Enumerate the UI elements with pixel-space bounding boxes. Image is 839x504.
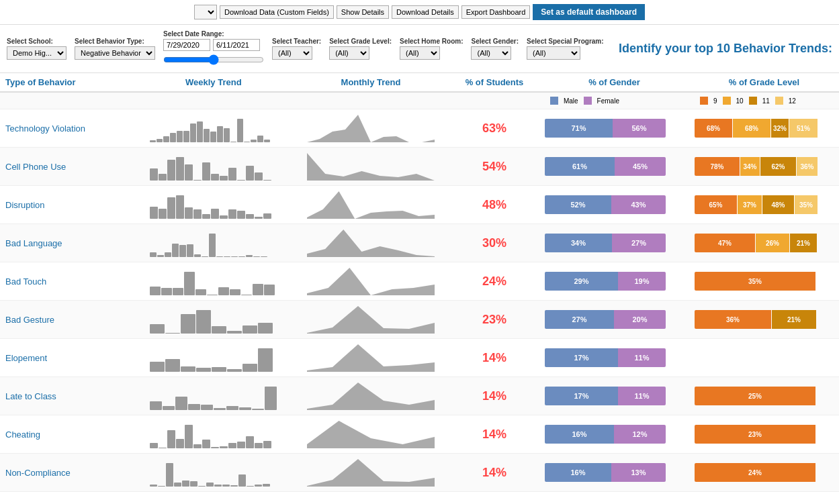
svg-rect-100 (201, 405, 213, 410)
grade-segment: 21% (790, 234, 817, 252)
sparkline-svg (150, 456, 277, 487)
behavior-name: Technology Violation (5, 123, 85, 134)
sparkline-svg (150, 150, 277, 181)
svg-rect-23 (185, 164, 193, 181)
svg-rect-21 (167, 160, 175, 181)
monthly-sparkline-svg (307, 456, 435, 487)
pct-students-cell: 14% (449, 415, 539, 454)
sparkline-svg (150, 342, 277, 372)
svg-rect-88 (165, 359, 180, 372)
pct-students-cell: 63% (449, 109, 539, 148)
behavior-type-filter: Select Behavior Type: Negative Behavior (75, 38, 155, 60)
gender-bar: 34% 27% (545, 234, 666, 252)
svg-rect-5 (183, 131, 189, 142)
monthly-sparkline-svg (307, 380, 435, 410)
grade-segment: 47% (695, 234, 755, 252)
male-bar: 29% (545, 272, 618, 291)
svg-rect-12 (230, 142, 236, 142)
svg-rect-135 (255, 485, 262, 487)
svg-rect-96 (150, 401, 162, 410)
male-bar: 71% (545, 119, 613, 138)
grade-segment: 68% (733, 119, 770, 138)
sparkline-svg (150, 418, 277, 448)
svg-rect-125 (174, 483, 181, 487)
svg-rect-97 (163, 406, 175, 410)
gender-label: Select Gender: (471, 38, 519, 45)
svg-rect-90 (196, 368, 211, 372)
svg-rect-4 (177, 131, 183, 142)
date-range-slider[interactable] (163, 52, 264, 67)
date-to-input[interactable] (213, 39, 260, 51)
gender-bar: 17% 11% (545, 348, 666, 367)
col-header-weekly: Weekly Trend (135, 73, 292, 92)
gender-select[interactable]: (All) (471, 46, 511, 60)
male-bar: 52% (545, 195, 611, 214)
svg-marker-48 (307, 191, 435, 219)
svg-rect-30 (246, 166, 254, 181)
svg-marker-18 (307, 115, 435, 142)
svg-rect-59 (224, 256, 230, 257)
svg-rect-35 (159, 209, 167, 219)
show-details-button[interactable]: Show Details (337, 5, 389, 19)
program-label: Select Special Program: (527, 38, 604, 45)
svg-marker-137 (307, 459, 435, 487)
behavior-type-select[interactable]: Negative Behavior (75, 46, 155, 60)
svg-rect-44 (237, 211, 245, 219)
svg-rect-133 (238, 474, 246, 487)
teacher-select[interactable]: (All) (272, 46, 312, 60)
svg-rect-83 (227, 331, 242, 334)
download-details-button[interactable]: Download Details (392, 5, 459, 19)
gender-bar: 29% 19% (545, 272, 666, 291)
behavior-name: Elopement (5, 353, 47, 363)
female-bar: 19% (618, 272, 666, 291)
grade-segment: 23% (695, 425, 815, 444)
grade-bar (695, 348, 834, 367)
svg-rect-130 (214, 485, 222, 487)
program-select[interactable]: (All) (527, 46, 580, 60)
col-header-behavior: Type of Behavior (0, 73, 135, 92)
monthly-sparkline-svg (307, 265, 435, 295)
grade9-legend-box (700, 97, 708, 105)
room-select[interactable]: (All) (400, 46, 440, 60)
grade-select[interactable]: (All) (329, 46, 369, 60)
grade11-legend-label: 11 (762, 97, 770, 105)
table-row: Elopement 14% 17% 11% (0, 339, 839, 377)
svg-rect-112 (193, 444, 202, 448)
svg-marker-121 (307, 421, 435, 448)
svg-marker-86 (307, 306, 435, 334)
svg-rect-128 (198, 486, 206, 487)
svg-rect-9 (210, 132, 216, 142)
svg-rect-67 (161, 288, 172, 295)
svg-rect-116 (228, 443, 236, 448)
pct-students-cell: 23% (449, 301, 539, 339)
date-from-input[interactable] (163, 39, 210, 51)
svg-rect-46 (255, 217, 263, 219)
pct-students-cell: 30% (449, 224, 539, 262)
program-filter: Select Special Program: (All) (527, 38, 604, 60)
svg-rect-120 (263, 441, 271, 448)
school-select[interactable]: Demo Hig... (7, 46, 67, 60)
sparkline-svg (150, 380, 277, 410)
svg-rect-91 (212, 367, 226, 372)
monthly-sparkline-svg (307, 342, 435, 372)
export-dashboard-button[interactable]: Export Dashboard (461, 5, 531, 19)
svg-rect-57 (209, 234, 216, 257)
set-default-button[interactable]: Set as default dashboard (533, 4, 645, 20)
download-data-button[interactable]: Download Data (Custom Fields) (220, 5, 334, 19)
svg-rect-55 (194, 254, 201, 257)
svg-marker-106 (307, 383, 435, 410)
svg-rect-53 (179, 245, 186, 257)
log-type-dropdown[interactable]: Logs by Type of Behavior Per We (194, 5, 217, 19)
svg-rect-8 (204, 129, 210, 142)
female-bar: 12% (614, 425, 666, 444)
svg-rect-94 (258, 348, 273, 372)
pct-students-cell: 24% (449, 262, 539, 301)
female-bar: 20% (614, 310, 666, 329)
monthly-sparkline-svg (307, 150, 435, 181)
svg-rect-113 (202, 440, 210, 448)
grade-segment: 35% (795, 195, 818, 214)
female-legend-box (584, 97, 592, 105)
svg-rect-108 (159, 448, 167, 448)
svg-rect-72 (218, 287, 229, 295)
svg-rect-13 (237, 119, 243, 142)
